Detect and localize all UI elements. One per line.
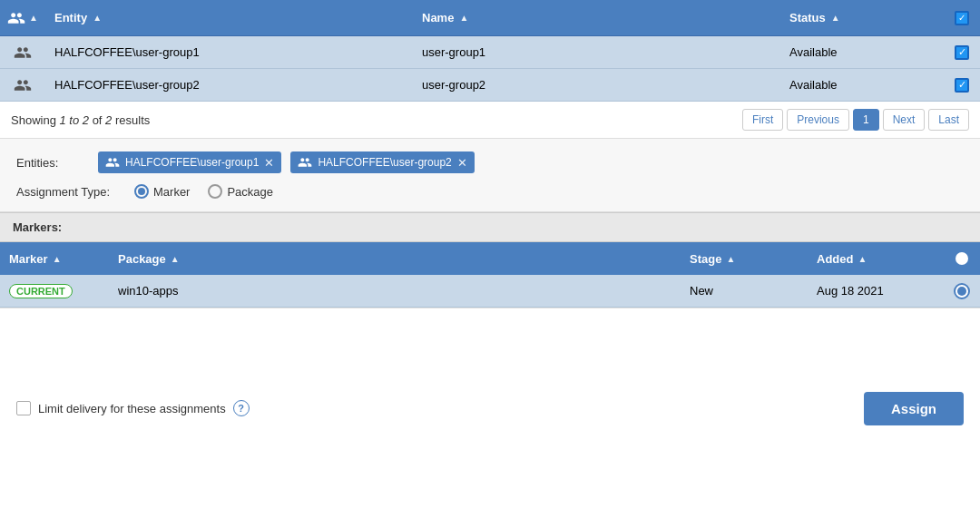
showing-total: 2 — [105, 113, 112, 127]
bottom-section: Limit delivery for these assignments ? A… — [0, 308, 980, 508]
marker-row: CURRENT win10-apps New Aug 18 2021 — [0, 275, 980, 308]
td-name-2: user-group2 — [413, 78, 780, 92]
radio-marker-button[interactable] — [134, 184, 149, 199]
marker-header-label: Marker — [9, 252, 48, 266]
mth-marker[interactable]: Marker ▲ — [0, 252, 109, 266]
td-name-1: user-group1 — [413, 45, 780, 59]
pagination-row: Showing 1 to 2 of 2 results First Previo… — [0, 102, 980, 139]
mtd-radio[interactable] — [944, 283, 980, 299]
entity-tag-label-1: HALFCOFFEE\user-group1 — [125, 156, 259, 169]
td-entity-1: HALFCOFFEE\user-group1 — [45, 45, 413, 59]
added-sort-arrow[interactable]: ▲ — [858, 254, 867, 264]
row-checkbox-2[interactable]: ✓ — [955, 78, 969, 93]
pagination-info: Showing 1 to 2 of 2 results — [11, 113, 150, 127]
package-sort-arrow[interactable]: ▲ — [171, 254, 180, 264]
showing-of: of — [93, 113, 105, 127]
radio-package-label: Package — [227, 185, 273, 199]
assignment-type-row: Assignment Type: Marker Package — [16, 184, 964, 199]
previous-button[interactable]: Previous — [787, 109, 849, 131]
showing-text: Showing — [11, 113, 59, 127]
mth-package[interactable]: Package ▲ — [109, 252, 681, 266]
td-entity-2: HALFCOFFEE\user-group2 — [45, 78, 413, 92]
radio-group: Marker Package — [134, 184, 273, 199]
added-header-label: Added — [817, 252, 853, 266]
mtd-stage: New — [681, 284, 808, 298]
marker-row-radio[interactable] — [954, 283, 970, 299]
table-row: HALFCOFFEE\user-group2 user-group2 Avail… — [0, 69, 980, 102]
td-status-1: Available — [780, 45, 944, 59]
limit-delivery-row: Limit delivery for these assignments ? — [16, 400, 250, 416]
entity-tag-close-1[interactable]: ✕ — [264, 156, 274, 170]
markers-header-bar: Markers: — [0, 212, 980, 242]
mtd-package: win10-apps — [109, 284, 681, 298]
radio-package-button[interactable] — [208, 184, 222, 199]
user-sort-arrow[interactable]: ▲ — [29, 13, 38, 23]
th-status[interactable]: Status ▲ — [780, 11, 944, 24]
entity-tag-label-2: HALFCOFFEE\user-group2 — [318, 156, 451, 169]
name-header-label: Name — [422, 11, 454, 24]
th-name[interactable]: Name ▲ — [413, 11, 780, 24]
entity-header-label: Entity — [54, 11, 87, 24]
mth-radio — [944, 252, 980, 265]
mth-stage[interactable]: Stage ▲ — [681, 252, 808, 266]
package-header-label: Package — [118, 252, 166, 266]
entity-tag-close-2[interactable]: ✕ — [457, 156, 467, 170]
showing-results: results — [115, 113, 150, 127]
table-header: ▲ Entity ▲ Name ▲ Status ▲ ✓ — [0, 0, 980, 36]
mtd-marker: CURRENT — [0, 284, 109, 298]
entities-row: Entities: HALFCOFFEE\user-group1 ✕ HALFC… — [16, 151, 964, 173]
assignment-type-label: Assignment Type: — [16, 185, 125, 199]
mtd-added: Aug 18 2021 — [808, 284, 944, 298]
radio-marker[interactable]: Marker — [134, 184, 190, 199]
name-sort-arrow[interactable]: ▲ — [459, 13, 468, 23]
last-button[interactable]: Last — [928, 109, 969, 131]
first-button[interactable]: First — [742, 109, 783, 131]
entities-label: Entities: — [16, 156, 89, 170]
limit-delivery-label: Limit delivery for these assignments — [38, 402, 226, 415]
radio-package[interactable]: Package — [208, 184, 273, 199]
stage-header-label: Stage — [690, 252, 721, 266]
th-user-icon: ▲ — [0, 8, 45, 28]
table-row: HALFCOFFEE\user-group1 user-group1 Avail… — [0, 36, 980, 69]
entity-sort-arrow[interactable]: ▲ — [93, 13, 102, 23]
mth-added[interactable]: Added ▲ — [808, 252, 944, 266]
marker-sort-arrow[interactable]: ▲ — [53, 254, 62, 264]
entity-tag-2: HALFCOFFEE\user-group2 ✕ — [290, 151, 474, 173]
radio-marker-label: Marker — [153, 185, 190, 199]
markers-title: Markers: — [13, 220, 62, 234]
assign-button[interactable]: Assign — [864, 392, 964, 425]
current-badge: CURRENT — [9, 284, 73, 298]
td-user-icon-2 — [0, 76, 45, 94]
td-status-2: Available — [780, 78, 944, 92]
entity-tag-1: HALFCOFFEE\user-group1 ✕ — [98, 151, 281, 173]
pagination-buttons: First Previous 1 Next Last — [742, 109, 969, 131]
assignment-section: Entities: HALFCOFFEE\user-group1 ✕ HALFC… — [0, 139, 980, 212]
showing-range: 1 to 2 — [59, 113, 89, 127]
th-checkbox[interactable]: ✓ — [944, 11, 980, 25]
select-all-checkbox[interactable]: ✓ — [955, 11, 969, 25]
markers-section: Markers: Marker ▲ Package ▲ Stage ▲ Adde… — [0, 212, 980, 308]
status-header-label: Status — [789, 11, 826, 24]
limit-delivery-checkbox[interactable] — [16, 401, 31, 415]
page-1-button[interactable]: 1 — [853, 109, 879, 131]
td-user-icon-1 — [0, 44, 45, 62]
next-button[interactable]: Next — [883, 109, 926, 131]
td-checkbox-1[interactable]: ✓ — [944, 45, 980, 60]
help-icon[interactable]: ? — [233, 400, 250, 416]
status-sort-arrow[interactable]: ▲ — [831, 13, 840, 23]
row-checkbox-1[interactable]: ✓ — [955, 45, 969, 60]
stage-sort-arrow[interactable]: ▲ — [726, 254, 735, 264]
th-entity[interactable]: Entity ▲ — [45, 11, 413, 24]
td-checkbox-2[interactable]: ✓ — [944, 78, 980, 93]
markers-table-header: Marker ▲ Package ▲ Stage ▲ Added ▲ — [0, 242, 980, 275]
